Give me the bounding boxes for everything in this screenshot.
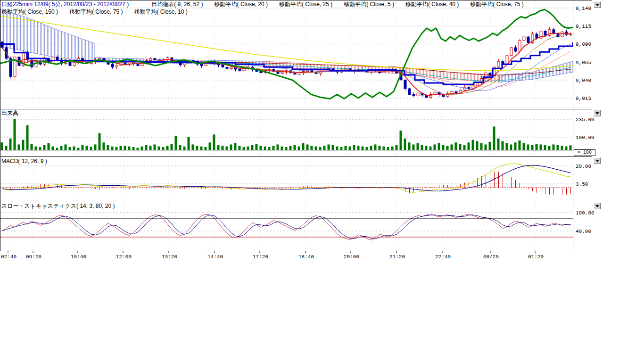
svg-text:235.00: 235.00 — [576, 117, 594, 123]
svg-text:09:20: 09:20 — [26, 254, 41, 260]
legend-row-2: 移動平均( Close, 150 )移動平均( Close, 75 )移動平均(… — [1, 8, 188, 15]
triangle-down-icon — [595, 112, 599, 115]
svg-text:100.00: 100.00 — [576, 135, 594, 140]
stoch-axis-scroll-button[interactable] — [594, 203, 601, 209]
svg-text:14:40: 14:40 — [207, 254, 223, 260]
legend-item: 移動平均( Close, 10 ) — [134, 8, 187, 15]
legend-item: 移動平均( Close, 5 ) — [344, 1, 394, 8]
legend-item: 移動平均( Close, 150 ) — [1, 8, 58, 15]
svg-text:10:40: 10:40 — [71, 254, 86, 260]
svg-text:21:20: 21:20 — [389, 254, 405, 260]
svg-text:9,140: 9,140 — [576, 6, 591, 11]
price-axis-scroll-button[interactable] — [594, 1, 601, 8]
legend-item: 移動平均( Close, 75 ) — [470, 1, 523, 8]
svg-text:01:20: 01:20 — [528, 254, 544, 260]
legend-item: 一目均衡表( 9, 26, 52 ) — [146, 1, 203, 8]
triangle-down-icon — [595, 4, 599, 6]
chart-canvas[interactable]: 9,1409,1159,0909,0659,0409,015235.00100.… — [0, 0, 608, 265]
chart-title: 日経225mini 12/09( 5分, 2012/08/23 - 2012/0… — [1, 1, 129, 8]
svg-text:18:40: 18:40 — [298, 254, 314, 260]
volume-scale-badge: × 100 — [574, 149, 595, 156]
macd-pane-label: MACD( 12, 26, 9 ) — [1, 158, 47, 165]
indicator-legend-list: 一目均衡表( 9, 26, 52 )移動平均( Close, 20 )移動平均(… — [146, 1, 524, 8]
svg-text:9,040: 9,040 — [576, 78, 591, 83]
svg-text:3.50: 3.50 — [576, 181, 588, 187]
legend-item: 移動平均( Close, 20 ) — [215, 1, 268, 8]
svg-text:9,015: 9,015 — [576, 96, 591, 101]
svg-text:9,115: 9,115 — [576, 24, 591, 29]
svg-text:02:40: 02:40 — [1, 254, 17, 260]
volume-pane-label: 出来高 — [1, 110, 18, 116]
legend-row-1: 日経225mini 12/09( 5分, 2012/08/23 - 2012/0… — [1, 1, 524, 8]
volume-axis-scroll-button[interactable] — [594, 110, 601, 116]
svg-text:12:00: 12:00 — [116, 254, 132, 260]
svg-text:22:40: 22:40 — [435, 254, 451, 260]
svg-text:08/25: 08/25 — [483, 254, 499, 260]
svg-text:20:00: 20:00 — [344, 254, 359, 260]
svg-text:13:20: 13:20 — [162, 254, 177, 260]
svg-text:20.00: 20.00 — [576, 164, 591, 169]
legend-item: 移動平均( Close, 75 ) — [69, 8, 123, 15]
indicator-legend-list: 移動平均( Close, 150 )移動平均( Close, 75 )移動平均(… — [1, 8, 188, 15]
legend-item: 移動平均( Close, 40 ) — [405, 1, 459, 8]
svg-text:9,090: 9,090 — [576, 41, 591, 47]
macd-axis-scroll-button[interactable] — [594, 157, 601, 164]
triangle-down-icon — [595, 160, 599, 162]
svg-text:17:20: 17:20 — [253, 254, 268, 260]
svg-text:9,065: 9,065 — [576, 60, 591, 66]
triangle-down-icon — [595, 205, 599, 207]
stoch-pane-label: スロー・ストキャスティクス( 14, 3, 80, 20 ) — [1, 203, 115, 209]
svg-text:100.00: 100.00 — [576, 210, 594, 216]
svg-text:40.00: 40.00 — [576, 229, 591, 234]
legend-item: 移動平均( Close, 25 ) — [279, 1, 332, 8]
